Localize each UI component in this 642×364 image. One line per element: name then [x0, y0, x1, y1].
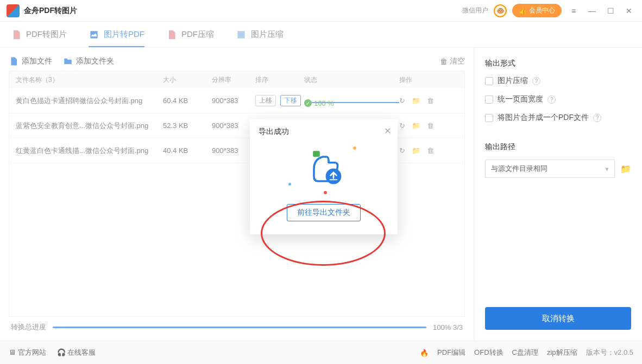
checkbox[interactable]: [485, 77, 493, 85]
hot-icon: 🔥: [420, 349, 429, 357]
maximize-icon[interactable]: ☐: [604, 4, 617, 17]
help-icon[interactable]: ?: [547, 95, 556, 104]
titlebar: 金舟PDF转图片 微信用户 🐵 👍 会员中心 ≡ — ☐ ✕: [0, 0, 642, 22]
output-format-title: 输出形式: [485, 59, 631, 68]
menu-icon[interactable]: ≡: [567, 4, 580, 17]
footer-link[interactable]: PDF编辑: [437, 348, 465, 357]
footer: 🖥 官方网站 🎧 在线客服 🔥 PDF编辑 OFD转换 C盘清理 zip解压缩 …: [0, 341, 642, 364]
footer-link[interactable]: C盘清理: [512, 348, 538, 357]
output-path-select[interactable]: 与源文件目录相同: [485, 159, 615, 178]
customer-service-link[interactable]: 🎧 在线客服: [57, 348, 96, 357]
member-center-button[interactable]: 👍 会员中心: [512, 4, 562, 17]
cancel-convert-button[interactable]: 取消转换: [485, 307, 631, 330]
checkbox[interactable]: [485, 114, 493, 122]
help-icon[interactable]: ?: [532, 77, 540, 85]
official-site-link[interactable]: 🖥 官方网站: [9, 348, 46, 357]
open-export-folder-button[interactable]: 前往导出文件夹: [287, 204, 361, 221]
version-label: 版本号：v2.0.5: [586, 348, 633, 357]
option-compress[interactable]: 图片压缩 ?: [485, 76, 631, 86]
monitor-icon: 🖥: [9, 348, 16, 356]
svg-rect-0: [313, 151, 320, 157]
dialog-title: 导出成功: [259, 127, 389, 137]
dialog-close-icon[interactable]: ✕: [384, 126, 391, 136]
minimize-icon[interactable]: —: [586, 4, 599, 17]
thumbs-up-icon: [299, 142, 348, 191]
app-logo: [7, 4, 20, 17]
footer-link[interactable]: OFD转换: [474, 348, 503, 357]
footer-link[interactable]: zip解压缩: [547, 348, 577, 357]
option-merge-pdf[interactable]: 将图片合并成一个PDF文件 ?: [485, 113, 631, 123]
headset-icon: 🎧: [57, 348, 66, 356]
svg-rect-2: [330, 179, 337, 180]
close-icon[interactable]: ✕: [622, 4, 635, 17]
app-title: 金舟PDF转图片: [24, 6, 77, 16]
user-label: 微信用户: [462, 6, 488, 15]
checkbox[interactable]: [485, 95, 493, 104]
avatar[interactable]: 🐵: [494, 4, 507, 17]
sidebar: 输出形式 图片压缩 ? 统一页面宽度 ? 将图片合并成一个PDF文件 ? 输出路…: [474, 48, 642, 341]
browse-folder-icon[interactable]: 📁: [620, 164, 631, 174]
help-icon[interactable]: ?: [593, 114, 601, 122]
dialog-illustration: [259, 137, 389, 196]
output-path-title: 输出路径: [485, 142, 631, 152]
modal-overlay: [0, 22, 474, 341]
export-success-dialog: 导出成功 ✕ 前往导出文件夹: [250, 119, 398, 234]
thumbs-up-icon: 👍: [519, 7, 527, 15]
option-uniform-width[interactable]: 统一页面宽度 ?: [485, 94, 631, 104]
